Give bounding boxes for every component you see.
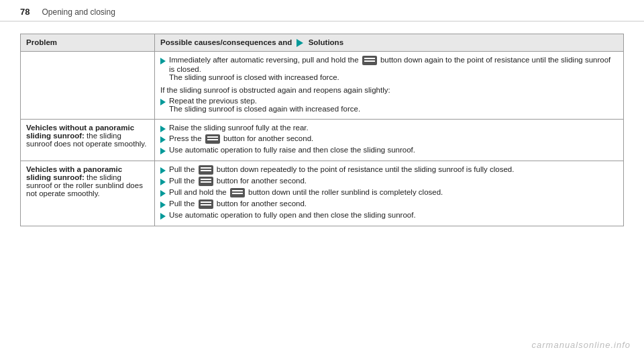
watermark: carmanualsonline.info [532, 340, 631, 350]
bullet-text: Immediately after automatic reversing, p… [169, 56, 618, 81]
col-solutions-header: Possible causes/consequences and Solutio… [155, 34, 624, 52]
table-row: Vehicles with a panoramic sliding sunroo… [21, 161, 624, 226]
bullet-arrow-icon [160, 179, 166, 185]
list-item: Immediately after automatic reversing, p… [160, 56, 618, 81]
bullet-arrow-icon [160, 202, 166, 208]
col-problem-header: Problem [21, 34, 155, 52]
main-table: Problem Possible causes/consequences and… [20, 34, 624, 226]
paragraph-text: If the sliding sunroof is obstructed aga… [160, 86, 618, 94]
list-item: Pull the button down repeatedly to the p… [160, 165, 618, 175]
solutions-cell-1: Immediately after automatic reversing, p… [155, 51, 624, 119]
list-item: Repeat the previous step. The sliding su… [160, 97, 618, 113]
button-icon [230, 188, 245, 197]
page-number: 78 [20, 7, 30, 17]
list-item: Use automatic operation to fully open an… [160, 211, 618, 220]
bullet-arrow-icon [160, 136, 166, 143]
button-icon [199, 177, 213, 186]
list-item: Pull the button for another second. [160, 199, 618, 209]
main-content: Problem Possible causes/consequences and… [0, 21, 644, 247]
bullet-text: Pull the button for another second. [169, 177, 618, 186]
list-item: Raise the sliding sunroof fully at the r… [160, 124, 618, 132]
bullet-arrow-icon [160, 99, 166, 105]
page-header: 78 Opening and closing [0, 0, 644, 21]
button-icon [199, 199, 213, 209]
bullet-text: Raise the sliding sunroof fully at the r… [169, 124, 618, 132]
button-icon [199, 165, 213, 175]
bullet-arrow-icon [160, 58, 166, 64]
list-item: Pull and hold the button down until the … [160, 188, 618, 197]
button-icon [362, 56, 377, 65]
header-arrow-icon [297, 39, 303, 47]
bullet-arrow-icon [160, 190, 166, 197]
bullet-arrow-icon [160, 167, 166, 174]
table-row: Vehicles without a panoramic sliding sun… [21, 119, 624, 161]
list-item: Pull the button for another second. [160, 177, 618, 186]
table-row: Immediately after automatic reversing, p… [21, 51, 624, 119]
bullet-arrow-icon [160, 126, 166, 132]
problem-cell-2: Vehicles without a panoramic sliding sun… [21, 119, 155, 161]
bullet-arrow-icon [160, 148, 166, 154]
problem-cell-1 [21, 51, 155, 119]
bullet-text: Use automatic operation to fully open an… [169, 211, 618, 219]
problem-cell-3: Vehicles with a panoramic sliding sunroo… [21, 161, 155, 226]
list-item: Use automatic operation to fully raise a… [160, 146, 618, 154]
bullet-text: Pull the button down repeatedly to the p… [169, 165, 618, 175]
bullet-text: Repeat the previous step. The sliding su… [169, 97, 618, 113]
bullet-arrow-icon [160, 213, 166, 220]
button-icon [205, 134, 220, 144]
bullet-text: Press the button for another second. [169, 134, 618, 144]
bullet-text: Pull and hold the button down until the … [169, 188, 618, 197]
solutions-cell-2: Raise the sliding sunroof fully at the r… [155, 119, 624, 161]
page-title: Opening and closing [42, 7, 115, 17]
list-item: Press the button for another second. [160, 134, 618, 144]
solutions-cell-3: Pull the button down repeatedly to the p… [155, 161, 624, 226]
bullet-text: Pull the button for another second. [169, 199, 618, 209]
bullet-text: Use automatic operation to fully raise a… [169, 146, 618, 154]
